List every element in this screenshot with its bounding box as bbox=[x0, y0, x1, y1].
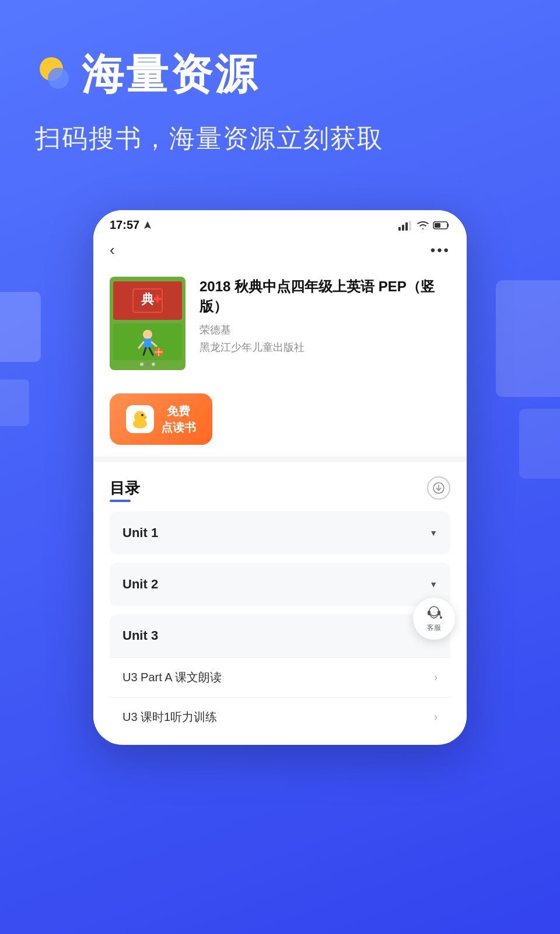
unit-item-3: Unit 3 U3 Part A 课文朗读 › U3 课时1听力训练 › bbox=[110, 614, 450, 737]
status-icons bbox=[398, 220, 450, 231]
unit-2-label: Unit 2 bbox=[123, 577, 158, 592]
logo-row: 海量资源 bbox=[35, 47, 525, 103]
svg-point-26 bbox=[141, 414, 144, 416]
svg-text:典: 典 bbox=[141, 292, 155, 306]
unit-1-arrow-icon: ▼ bbox=[429, 528, 438, 538]
unit-1-label: Unit 1 bbox=[123, 525, 158, 541]
unit-3-header[interactable]: Unit 3 bbox=[110, 614, 450, 657]
book-info: 2018 秋典中点四年级上英语 PEP（竖版） 荣德基 黑龙江少年儿童出版社 bbox=[200, 277, 450, 354]
unit-3-sub-items: U3 Part A 课文朗读 › U3 课时1听力训练 › bbox=[110, 657, 450, 737]
sub-item-u3-parta-arrow-icon: › bbox=[434, 671, 438, 684]
unit-list: Unit 1 ▼ Unit 2 ▼ Unit 3 bbox=[110, 511, 450, 737]
catalog-title: 目录 bbox=[110, 478, 140, 499]
status-time: 17:57 bbox=[110, 218, 139, 232]
sub-item-u3-parta-label: U3 Part A 课文朗读 bbox=[123, 670, 222, 685]
svg-rect-5 bbox=[405, 222, 408, 231]
free-read-icon bbox=[126, 405, 154, 433]
unit-2-arrow-icon: ▼ bbox=[429, 580, 438, 589]
character-icon bbox=[127, 326, 168, 358]
download-icon bbox=[432, 482, 445, 494]
free-read-text: 免费 点读书 bbox=[161, 403, 196, 435]
phone-mockup: 17:57 bbox=[93, 210, 467, 745]
phone-screen: 17:57 bbox=[93, 210, 467, 745]
duck-icon bbox=[130, 409, 150, 430]
unit-3-label: Unit 3 bbox=[123, 628, 158, 643]
headset-icon bbox=[425, 605, 443, 622]
svg-rect-8 bbox=[435, 223, 440, 228]
signal-icon bbox=[398, 220, 413, 231]
svg-marker-2 bbox=[144, 221, 151, 229]
svg-point-15 bbox=[143, 330, 152, 339]
catalog-section: 目录 Unit 1 ▼ bbox=[93, 462, 467, 737]
svg-rect-16 bbox=[144, 339, 152, 348]
svg-rect-13 bbox=[156, 295, 159, 303]
sub-item-u3-listening-label: U3 课时1听力训练 bbox=[123, 709, 217, 725]
battery-icon bbox=[433, 221, 450, 230]
svg-rect-6 bbox=[409, 221, 411, 231]
unit-2-header[interactable]: Unit 2 ▼ bbox=[110, 563, 450, 606]
book-icon: 典 bbox=[130, 286, 165, 315]
catalog-header: 目录 bbox=[110, 476, 450, 500]
unit-1-header[interactable]: Unit 1 ▼ bbox=[110, 511, 450, 555]
book-author: 荣德基 bbox=[200, 323, 450, 337]
free-read-button[interactable]: 免费 点读书 bbox=[110, 393, 212, 445]
wifi-icon bbox=[416, 221, 429, 230]
more-button[interactable]: ••• bbox=[430, 242, 450, 259]
sub-item-u3-listening-arrow-icon: › bbox=[434, 711, 438, 723]
sub-item-u3-listening[interactable]: U3 课时1听力训练 › bbox=[110, 697, 450, 737]
book-title: 2018 秋典中点四年级上英语 PEP（竖版） bbox=[200, 277, 450, 316]
svg-point-29 bbox=[429, 607, 439, 616]
back-button[interactable]: ‹ bbox=[110, 241, 115, 259]
svg-rect-31 bbox=[438, 611, 440, 615]
sub-item-u3-parta[interactable]: U3 Part A 课文朗读 › bbox=[110, 657, 450, 697]
book-publisher: 黑龙江少年儿童出版社 bbox=[200, 340, 450, 354]
navigation-icon bbox=[143, 221, 152, 230]
svg-point-1 bbox=[48, 68, 69, 89]
book-section: 典 bbox=[93, 265, 467, 382]
book-cover: 典 bbox=[110, 277, 186, 370]
app-logo-icon bbox=[35, 56, 72, 93]
header-subtitle: 扫码搜书，海量资源立刻获取 bbox=[35, 120, 525, 156]
svg-rect-30 bbox=[428, 611, 430, 615]
unit-item-2: Unit 2 ▼ bbox=[110, 563, 450, 606]
header-section: 海量资源 扫码搜书，海量资源立刻获取 bbox=[0, 0, 560, 180]
customer-service-button[interactable]: 客服 bbox=[413, 598, 455, 640]
header-title: 海量资源 bbox=[82, 47, 259, 103]
svg-point-25 bbox=[133, 419, 147, 428]
status-bar: 17:57 bbox=[93, 210, 467, 235]
svg-point-33 bbox=[440, 616, 442, 619]
free-read-section: 免费 点读书 bbox=[93, 382, 467, 456]
svg-rect-4 bbox=[402, 225, 404, 231]
unit-item-1: Unit 1 ▼ bbox=[110, 511, 450, 555]
download-button[interactable] bbox=[427, 476, 450, 500]
customer-service-label: 客服 bbox=[427, 623, 441, 633]
svg-rect-3 bbox=[398, 227, 401, 231]
nav-bar: ‹ ••• bbox=[93, 235, 467, 265]
